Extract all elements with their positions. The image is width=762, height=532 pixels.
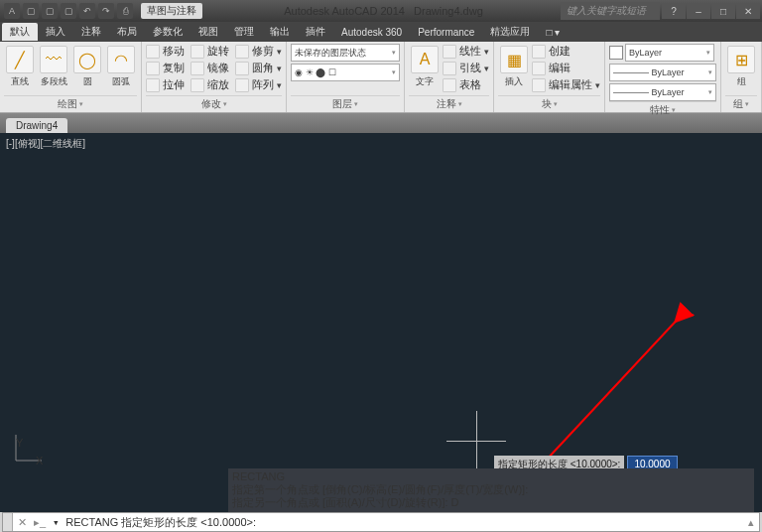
command-input[interactable]: ▾ RECTANG 指定矩形的长度 <10.0000>: [49, 515, 743, 530]
line-icon: ╱ [6, 46, 34, 73]
title-bar: A ▢ ▢ ▢ ↶ ↷ ⎙ 草图与注释 Autodesk AutoCAD 201… [0, 0, 762, 22]
table-icon [443, 78, 456, 92]
cmdline-prompt-icon[interactable]: ▸_ [31, 513, 49, 531]
line-button[interactable]: ╱直线 [4, 44, 36, 90]
array-icon [235, 78, 249, 92]
panel-group: ⊞组 组 [721, 42, 762, 112]
mirror-button[interactable]: 镜像 [190, 61, 229, 75]
array-button[interactable]: 阵列▾ [235, 77, 282, 92]
close-icon[interactable]: ✕ [736, 3, 760, 19]
insert-block-button[interactable]: ▦插入 [498, 44, 530, 90]
tab-annotate[interactable]: 注释 [73, 23, 109, 41]
history-line: 指定第一个角点或 [倒角(C)/标高(E)/圆角(F)/厚度(T)/宽度(W)]… [232, 483, 750, 496]
polyline-icon: 〰 [40, 46, 67, 73]
color-swatch[interactable] [609, 46, 623, 60]
command-line[interactable]: ✕ ▸_ ▾ RECTANG 指定矩形的长度 <10.0000>: ▴ [2, 512, 760, 532]
command-history: RECTANG 指定第一个角点或 [倒角(C)/标高(E)/圆角(F)/厚度(T… [228, 468, 754, 512]
tab-view[interactable]: 视图 [190, 23, 226, 41]
create-block-button[interactable]: 创建 [532, 44, 600, 59]
tab-performance[interactable]: Performance [410, 25, 482, 40]
copy-icon [146, 62, 160, 75]
leader-button[interactable]: 引线▾ [443, 61, 489, 75]
fillet-icon [235, 62, 249, 75]
app-title: Autodesk AutoCAD 2014 Drawing4.dwg [206, 5, 561, 17]
minimize-icon[interactable]: – [687, 3, 710, 19]
linear-icon [443, 45, 456, 59]
lineweight-dropdown[interactable]: ———— ByLayer [609, 64, 716, 81]
circle-button[interactable]: ◯圆 [71, 44, 103, 90]
linear-dim-button[interactable]: 线性▾ [443, 44, 489, 59]
app-menu-icon[interactable]: A [4, 3, 20, 19]
rotate-button[interactable]: 旋转 [190, 44, 229, 59]
create-icon [532, 45, 546, 59]
panel-block: ▦插入 创建 编辑 编辑属性▾ 块 [494, 42, 605, 112]
cmdline-close-icon[interactable]: ✕ [13, 513, 31, 531]
panel-label-layers[interactable]: 图层 [291, 95, 400, 112]
panel-layers: 未保存的图层状态 ◉ ☀ ⬤ ☐ 图层 [287, 42, 405, 112]
cmdline-expand-icon[interactable]: ▴ [743, 516, 759, 529]
viewport-label[interactable]: [-][俯视][二维线框] [6, 137, 85, 151]
panel-properties: ByLayer ———— ByLayer ———— ByLayer 特性 [605, 42, 721, 112]
annotation-arrow [536, 302, 714, 470]
panel-label-group[interactable]: 组 [725, 95, 757, 112]
qat-new-icon[interactable]: ▢ [23, 3, 39, 19]
copy-button[interactable]: 复制 [146, 61, 185, 75]
group-button[interactable]: ⊞组 [725, 44, 757, 90]
stretch-icon [146, 78, 160, 92]
linetype-dropdown[interactable]: ———— ByLayer [609, 83, 716, 101]
stretch-button[interactable]: 拉伸 [146, 77, 185, 92]
panel-label-modify[interactable]: 修改 [146, 95, 282, 112]
tab-extra[interactable]: □ ▾ [538, 25, 568, 40]
layer-dropdown[interactable]: ◉ ☀ ⬤ ☐ [291, 64, 400, 81]
panel-label-properties[interactable]: 特性 [609, 101, 716, 118]
fillet-button[interactable]: 圆角▾ [235, 61, 282, 75]
text-icon: A [411, 46, 439, 73]
layer-state-dropdown[interactable]: 未保存的图层状态 [291, 44, 400, 62]
rotate-icon [190, 45, 204, 59]
qat-redo-icon[interactable]: ↷ [98, 3, 114, 19]
qat-print-icon[interactable]: ⎙ [117, 3, 133, 19]
tab-default[interactable]: 默认 [2, 23, 38, 41]
panel-draw: ╱直线 〰多段线 ◯圆 ◠圆弧 绘图 [0, 42, 142, 112]
panel-label-block[interactable]: 块 [498, 95, 600, 112]
workspace-label[interactable]: 草图与注释 [141, 3, 202, 19]
qat-open-icon[interactable]: ▢ [42, 3, 58, 19]
qat-undo-icon[interactable]: ↶ [79, 3, 95, 19]
help-search-input[interactable]: 键入关键字或短语 [561, 2, 660, 20]
text-button[interactable]: A文字 [409, 44, 441, 90]
quick-access-toolbar: A ▢ ▢ ▢ ↶ ↷ ⎙ [0, 3, 137, 19]
insert-icon: ▦ [500, 46, 528, 73]
circle-icon: ◯ [73, 46, 101, 73]
history-line: 指定另一个角点或 [面积(A)/尺寸(D)/旋转(R)]: D [232, 496, 750, 509]
qat-save-icon[interactable]: ▢ [61, 3, 76, 19]
file-tab[interactable]: Drawing4 [6, 118, 67, 133]
tab-output[interactable]: 输出 [262, 23, 298, 41]
panel-label-draw[interactable]: 绘图 [4, 95, 137, 112]
scale-button[interactable]: 缩放 [190, 77, 229, 92]
tab-insert[interactable]: 插入 [38, 23, 73, 41]
tab-a360[interactable]: Autodesk 360 [333, 25, 410, 40]
help-icon[interactable]: ? [662, 3, 686, 19]
maximize-icon[interactable]: □ [711, 3, 735, 19]
window-controls: ? – □ ✕ [660, 3, 762, 19]
history-line: RECTANG [232, 470, 750, 483]
drawing-canvas[interactable]: [-][俯视][二维线框] 指定矩形的长度 <10.0000>: 10.0000… [0, 133, 762, 512]
tab-manage[interactable]: 管理 [226, 23, 262, 41]
trim-icon [235, 45, 249, 59]
ribbon: ╱直线 〰多段线 ◯圆 ◠圆弧 绘图 移动 旋转 修剪▾ 复制 镜像 圆角▾ 拉… [0, 42, 762, 113]
table-button[interactable]: 表格 [443, 77, 489, 92]
color-dropdown[interactable]: ByLayer [625, 44, 714, 62]
tab-layout[interactable]: 布局 [109, 23, 145, 41]
edit-block-button[interactable]: 编辑 [532, 61, 600, 75]
panel-label-annotation[interactable]: 注释 [409, 95, 489, 112]
cmdline-grip[interactable] [3, 513, 13, 531]
edit-attr-button[interactable]: 编辑属性▾ [532, 77, 600, 92]
edit-icon [532, 62, 546, 75]
tab-featured[interactable]: 精选应用 [482, 23, 538, 41]
tab-parametric[interactable]: 参数化 [145, 23, 190, 41]
polyline-button[interactable]: 〰多段线 [38, 44, 69, 90]
arc-button[interactable]: ◠圆弧 [105, 44, 137, 90]
trim-button[interactable]: 修剪▾ [235, 44, 282, 59]
tab-plugins[interactable]: 插件 [298, 23, 333, 41]
move-button[interactable]: 移动 [146, 44, 185, 59]
